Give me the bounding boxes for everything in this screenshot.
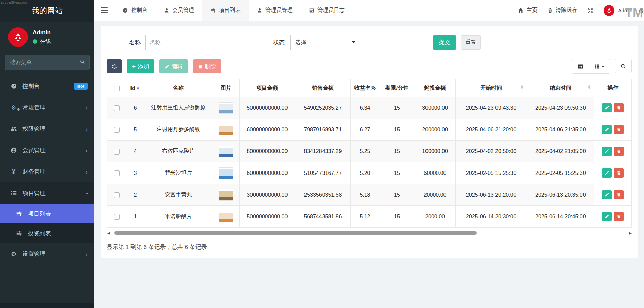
submit-button[interactable]: 提交 xyxy=(433,35,456,50)
filter-bar: 名称 状态 选择 提交 重置 xyxy=(107,35,632,50)
sidebar-item-project-management[interactable]: 项目管理 ‹ xyxy=(0,182,94,204)
table-row: 5注射用丹参多酚酸60000000000.007987916893.716.27… xyxy=(107,119,632,141)
select-all-checkbox[interactable] xyxy=(114,86,120,91)
row-edit-button[interactable] xyxy=(602,103,612,112)
table-search-button[interactable] xyxy=(615,59,632,73)
cell-name: 米诺膦酸片 xyxy=(144,206,212,228)
row-checkbox[interactable] xyxy=(114,149,120,155)
sort-icons: ▲▼ xyxy=(587,85,591,90)
sidebar-item-settings[interactable]: ⚙ 设置管理 ‹ xyxy=(0,243,94,265)
card-view-button[interactable] xyxy=(572,59,589,73)
scrollbar-thumb[interactable] xyxy=(114,231,476,235)
sidebar-item-permissions[interactable]: 权限管理 ‹ xyxy=(0,118,94,140)
cell-end-time: 2025-04-23 09:50:30 xyxy=(527,97,594,119)
top-navbar: 控制台 会员管理 项目列表 管理员管理 管理员日志 xyxy=(94,0,644,21)
row-delete-button[interactable] xyxy=(614,147,624,156)
row-delete-button[interactable] xyxy=(614,190,624,199)
sidebar: sv8pu3fym.com 我的网站 Admin 在线 xyxy=(0,0,94,308)
tab-dashboard[interactable]: 控制台 xyxy=(114,0,156,21)
status-select[interactable]: 选择 xyxy=(290,35,360,50)
tab-admin-management[interactable]: 管理员管理 xyxy=(249,0,301,21)
chevron-left-icon: ‹ xyxy=(85,168,88,175)
gear-icon: ⚙ xyxy=(10,251,18,257)
user-panel: Admin 在线 xyxy=(0,22,94,52)
table-row: 1米诺膦酸片50000000000.005687443581.865.12152… xyxy=(107,206,632,228)
scroll-right-icon[interactable]: ▶ xyxy=(629,231,632,235)
cell-image xyxy=(212,162,240,184)
row-edit-button[interactable] xyxy=(602,168,612,178)
cell-start-time: 2025-02-05 15:25:30 xyxy=(455,162,527,184)
row-checkbox[interactable] xyxy=(114,170,120,176)
tab-admin-logs[interactable]: 管理员日志 xyxy=(301,0,353,21)
row-delete-button[interactable] xyxy=(614,168,624,178)
row-edit-button[interactable] xyxy=(602,190,612,199)
sliders-icon xyxy=(210,8,216,13)
status-select-value: 选择 xyxy=(295,39,306,46)
refresh-button[interactable] xyxy=(107,59,122,73)
cell-start-time: 2025-04-23 09:43:30 xyxy=(455,97,527,119)
tab-project-list[interactable]: 项目列表 xyxy=(202,0,249,21)
content-area: 名称 状态 选择 提交 重置 xyxy=(94,21,644,308)
row-checkbox-cell xyxy=(107,119,126,141)
sidebar-item-label: 财务管理 xyxy=(22,168,46,176)
caret-down-icon xyxy=(602,66,604,67)
home-link[interactable]: 主页 xyxy=(518,7,537,14)
cell-name: 右佐匹克隆片 xyxy=(144,141,212,162)
sidebar-item-investment-list[interactable]: 投资列表 xyxy=(0,223,94,243)
header-checkbox-cell xyxy=(107,79,126,97)
tab-label: 管理员日志 xyxy=(317,7,345,14)
yen-icon: ¥ xyxy=(10,169,18,175)
row-checkbox[interactable] xyxy=(114,127,120,133)
header-end-time[interactable]: 结束时间▲▼ xyxy=(527,79,594,97)
user-menu[interactable]: Admin xyxy=(604,5,632,16)
name-filter-input[interactable] xyxy=(145,35,222,50)
clear-cache-link[interactable]: 清除缓存 xyxy=(547,7,577,14)
edit-button[interactable]: 编辑 xyxy=(159,59,188,73)
row-edit-button[interactable] xyxy=(602,212,612,221)
cell-rate: 5.18 xyxy=(351,184,379,206)
search-icon[interactable] xyxy=(80,59,85,65)
row-delete-button[interactable] xyxy=(614,212,624,221)
header-name: 名称 xyxy=(144,79,212,97)
scroll-left-icon[interactable]: ◀ xyxy=(107,231,110,235)
delete-button[interactable]: 删除 xyxy=(193,59,221,73)
table-toolbar: + 添加 编辑 删除 xyxy=(107,59,632,74)
cell-period: 15 xyxy=(379,206,415,228)
settings-gear-icon[interactable]: ⚙⚙ xyxy=(638,7,644,15)
row-edit-button[interactable] xyxy=(602,147,612,156)
sidebar-item-finance[interactable]: ¥ 财务管理 ‹ xyxy=(0,161,94,182)
row-delete-button[interactable] xyxy=(614,103,624,112)
add-button[interactable]: + 添加 xyxy=(127,59,154,73)
avatar xyxy=(8,27,28,47)
header-period: 期限/分钟 xyxy=(379,79,415,97)
reset-button[interactable]: 重置 xyxy=(461,35,481,50)
columns-dropdown-button[interactable] xyxy=(589,59,610,73)
row-checkbox[interactable] xyxy=(114,214,120,220)
header-id[interactable]: Id▼ xyxy=(126,79,144,97)
cell-actions xyxy=(594,97,631,119)
username-label: Admin xyxy=(618,7,632,13)
user-icon xyxy=(164,8,169,13)
tab-members[interactable]: 会员管理 xyxy=(156,0,202,21)
row-delete-button[interactable] xyxy=(614,125,624,134)
cell-rate: 5.12 xyxy=(351,206,379,228)
hamburger-icon[interactable] xyxy=(94,0,114,21)
product-thumbnail xyxy=(219,102,233,114)
product-thumbnail xyxy=(219,167,233,179)
row-edit-button[interactable] xyxy=(602,125,612,134)
cell-actions xyxy=(594,206,631,228)
row-checkbox[interactable] xyxy=(114,105,120,111)
sidebar-item-project-list[interactable]: 项目列表 xyxy=(0,204,94,223)
fullscreen-icon[interactable] xyxy=(587,7,593,14)
row-checkbox[interactable] xyxy=(114,192,120,198)
sidebar-item-dashboard[interactable]: 控制台 hot xyxy=(0,75,94,97)
cell-id: 2 xyxy=(126,184,144,206)
sidebar-item-members[interactable]: 会员管理 ‹ xyxy=(0,140,94,161)
sidebar-item-general[interactable]: ⚙⚙ 常规管理 ‹ xyxy=(0,97,94,118)
cell-sales: 5490252035.27 xyxy=(295,97,351,119)
status-filter-label: 状态 xyxy=(273,39,285,47)
header-start-time[interactable]: 开始时间▲▼ xyxy=(455,79,527,97)
header-sales: 销售金额 xyxy=(295,79,351,97)
filter-buttons: 提交 重置 xyxy=(433,35,481,50)
sidebar-search-input[interactable] xyxy=(5,55,90,70)
